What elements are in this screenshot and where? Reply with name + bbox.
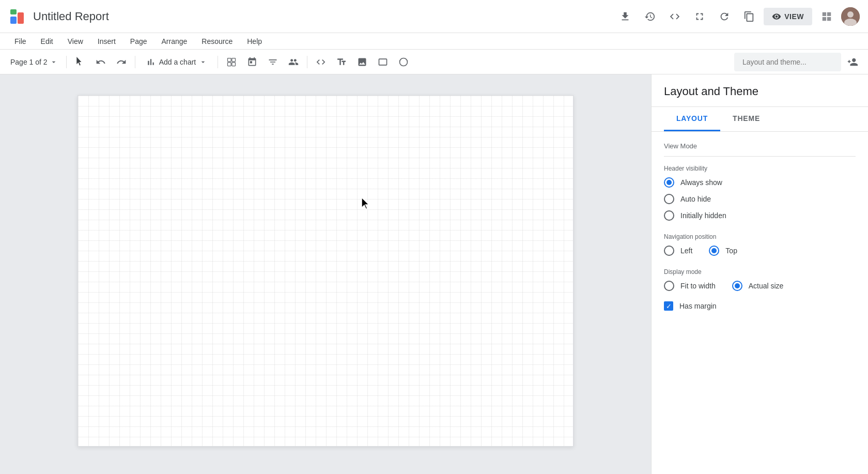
grid-icon — [821, 11, 832, 22]
image-icon — [357, 57, 367, 67]
add-user-icon — [847, 56, 858, 68]
section-divider-1 — [664, 156, 856, 157]
radio-always-show[interactable]: Always show — [664, 177, 856, 188]
menu-resource[interactable]: Resource — [195, 35, 239, 48]
menu-insert[interactable]: Insert — [91, 35, 122, 48]
text-button[interactable] — [332, 53, 351, 71]
user-avatar-svg — [841, 7, 860, 26]
nav-top-radio-inner — [711, 248, 717, 253]
right-panel: Layout and Theme LAYOUT THEME View Mode … — [651, 74, 868, 474]
svg-rect-1 — [18, 12, 24, 24]
radio-always-show-outer — [664, 177, 674, 188]
image-button[interactable] — [353, 53, 371, 71]
radio-initially-hidden[interactable]: Initially hidden — [664, 210, 856, 221]
app-title: Untitled Report — [33, 10, 109, 23]
header-visibility-group: Always show Auto hide Initially hidden — [664, 177, 856, 221]
display-fit-option[interactable]: Fit to width — [664, 281, 716, 291]
menu-view[interactable]: View — [61, 35, 89, 48]
history-button[interactable] — [640, 6, 660, 27]
app-logo[interactable] — [8, 7, 27, 26]
main-content: Layout and Theme LAYOUT THEME View Mode … — [0, 74, 868, 474]
view-mode-label: View Mode — [664, 142, 856, 150]
add-chart-label: Add a chart — [159, 58, 196, 66]
menu-arrange[interactable]: Arrange — [156, 35, 194, 48]
svg-rect-9 — [232, 62, 236, 66]
display-actual-option[interactable]: Actual size — [732, 281, 784, 291]
layout-theme-input[interactable] — [738, 56, 837, 68]
has-margin-label: Has margin — [679, 302, 717, 310]
download-button[interactable] — [615, 6, 636, 27]
radio-auto-hide-label: Auto hide — [680, 195, 711, 203]
radio-initially-hidden-label: Initially hidden — [680, 211, 726, 220]
copy-icon — [743, 11, 755, 22]
add-chart-button[interactable]: Add a chart — [140, 53, 214, 71]
header-actions: VIEW — [615, 6, 860, 27]
menu-edit[interactable]: Edit — [35, 35, 59, 48]
filter-icon — [268, 57, 278, 67]
toolbar-separator-3 — [218, 56, 218, 68]
circle-button[interactable] — [394, 53, 413, 71]
svg-point-4 — [847, 11, 854, 18]
rectangle-button[interactable] — [374, 53, 392, 71]
menu-help[interactable]: Help — [241, 35, 268, 48]
refresh-button[interactable] — [714, 6, 735, 27]
add-user-button[interactable] — [843, 53, 862, 71]
nav-top-option[interactable]: Top — [709, 246, 737, 256]
app-header: Untitled Report VIEW — [0, 0, 868, 33]
add-control-button[interactable] — [222, 53, 241, 71]
navigation-position-label: Navigation position — [664, 233, 856, 240]
radio-always-show-label: Always show — [680, 178, 722, 187]
fullscreen-button[interactable] — [689, 6, 710, 27]
embed-button[interactable] — [312, 53, 330, 71]
layout-theme-search[interactable] — [734, 53, 841, 71]
add-chart-dropdown-icon — [199, 58, 207, 66]
bar-chart-icon — [146, 57, 156, 67]
svg-rect-8 — [232, 58, 236, 62]
eye-icon — [772, 12, 781, 21]
code-button[interactable] — [664, 6, 685, 27]
tab-theme[interactable]: THEME — [720, 107, 772, 131]
display-actual-radio-inner — [735, 283, 740, 288]
nav-left-option[interactable]: Left — [664, 246, 692, 256]
report-canvas[interactable] — [78, 95, 574, 447]
view-button[interactable]: VIEW — [764, 8, 812, 25]
avatar[interactable] — [841, 7, 860, 26]
radio-auto-hide[interactable]: Auto hide — [664, 194, 856, 204]
panel-tabs: LAYOUT THEME — [652, 107, 868, 132]
menu-file[interactable]: File — [8, 35, 33, 48]
radio-always-show-inner — [667, 180, 672, 185]
has-margin-checkbox[interactable]: ✓ — [664, 301, 673, 311]
add-filter-button[interactable] — [264, 53, 282, 71]
toolbar-separator-1 — [66, 56, 67, 68]
display-fit-radio — [664, 281, 674, 291]
radio-auto-hide-outer — [664, 194, 674, 204]
nav-top-label: Top — [725, 247, 737, 255]
navigation-position-group: Left Top — [664, 246, 856, 256]
embed-icon — [316, 57, 326, 67]
display-mode-label: Display mode — [664, 268, 856, 276]
canvas-area[interactable] — [0, 74, 651, 474]
add-date-range-button[interactable] — [243, 53, 261, 71]
mouse-cursor — [360, 196, 372, 213]
page-selector[interactable]: Page 1 of 2 — [6, 56, 62, 68]
redo-button[interactable] — [112, 53, 131, 71]
undo-button[interactable] — [91, 53, 110, 71]
grid-button[interactable] — [816, 6, 837, 27]
header-visibility-label: Header visibility — [664, 165, 856, 172]
display-actual-label: Actual size — [749, 282, 784, 290]
display-mode-group: Fit to width Actual size — [664, 281, 856, 291]
menu-page[interactable]: Page — [124, 35, 153, 48]
svg-rect-7 — [228, 62, 231, 66]
copy-button[interactable] — [739, 6, 760, 27]
checkbox-checkmark: ✓ — [666, 303, 672, 310]
nav-left-radio — [664, 246, 674, 256]
svg-rect-10 — [379, 59, 387, 65]
tab-layout[interactable]: LAYOUT — [664, 107, 720, 131]
rectangle-icon — [378, 57, 388, 67]
add-data-button[interactable] — [284, 53, 303, 71]
select-tool-button[interactable] — [71, 53, 89, 71]
panel-content: View Mode Header visibility Always show … — [652, 132, 868, 474]
radio-initially-hidden-outer — [664, 210, 674, 221]
has-margin-row[interactable]: ✓ Has margin — [664, 301, 856, 311]
page-dropdown-icon — [50, 58, 58, 66]
